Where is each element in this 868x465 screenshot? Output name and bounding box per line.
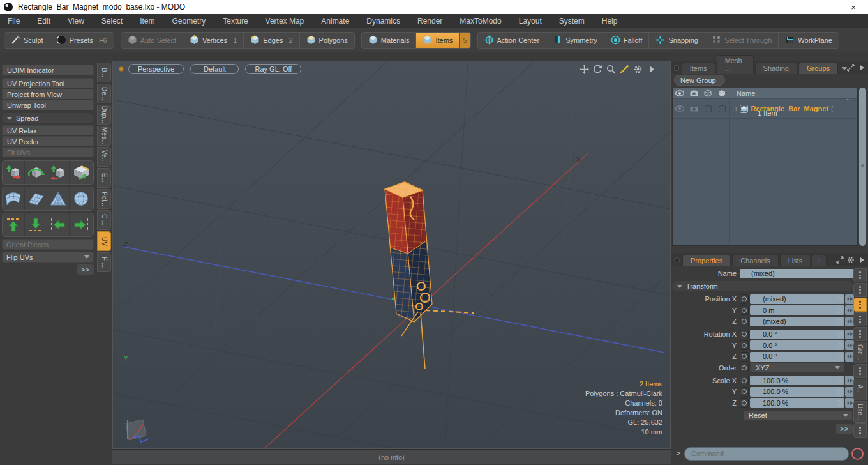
rotation-z-channel-toggle[interactable] — [740, 352, 749, 362]
expand-properties-icon[interactable] — [836, 256, 844, 264]
rotation-x-field[interactable]: 0.0 ° — [750, 330, 844, 339]
row-solid-checkbox[interactable] — [719, 105, 726, 112]
scale-y-spinner[interactable] — [845, 387, 854, 397]
rotation-y-field[interactable]: 0.0 ° — [750, 340, 844, 350]
viewport-menu-dot[interactable] — [119, 66, 124, 72]
menu-edit[interactable]: Edit — [37, 17, 50, 26]
falloff-button[interactable]: Falloff — [604, 33, 650, 48]
transform-uv-tool-button[interactable] — [47, 161, 70, 184]
position-y-spinner[interactable] — [845, 305, 854, 315]
position-z-field[interactable]: (mixed) — [750, 317, 844, 326]
scale-z-field[interactable]: 100.0 % — [750, 398, 844, 408]
render-camera-icon[interactable] — [690, 90, 698, 96]
materials-button[interactable]: Materials — [362, 33, 417, 48]
expand-panel-icon[interactable] — [847, 64, 855, 72]
tab-polygon[interactable]: Pol... — [97, 189, 111, 209]
menu-layout[interactable]: Layout — [519, 17, 542, 26]
form-tab-groups[interactable]: Gro... — [853, 342, 867, 363]
menu-dynamics[interactable]: Dynamics — [366, 17, 400, 26]
sidebar-expand-button[interactable]: >> — [77, 264, 94, 275]
tab-channels[interactable]: Channels — [732, 255, 778, 266]
tab-add[interactable]: + — [812, 255, 826, 266]
form-tab-active[interactable] — [853, 298, 867, 312]
polygons-button[interactable]: Polygons — [300, 33, 354, 48]
scale-x-spinner[interactable] — [845, 376, 854, 385]
transform-section-header[interactable]: Transform — [672, 281, 853, 291]
properties-more-arrow-icon[interactable] — [858, 256, 865, 264]
order-channel-toggle[interactable] — [740, 363, 749, 372]
form-tab-5[interactable] — [853, 364, 867, 378]
tab-duplicate[interactable]: Dup... — [97, 105, 111, 125]
sculpt-button[interactable]: Sculpt — [4, 33, 50, 48]
form-tab-1[interactable] — [853, 268, 867, 282]
pan-view-icon[interactable] — [580, 65, 589, 74]
viewport-settings-gear-icon[interactable] — [633, 65, 643, 74]
select-through-button[interactable]: Select Through — [705, 33, 779, 48]
orient-pieces-button[interactable]: Orient Pieces — [2, 239, 94, 250]
tab-overflow-caret-icon[interactable] — [842, 67, 847, 70]
tab-lists[interactable]: Lists — [780, 255, 811, 266]
menu-help[interactable]: Help — [602, 17, 618, 26]
menu-texture[interactable]: Texture — [223, 17, 248, 26]
rotation-z-spinner[interactable] — [845, 352, 854, 362]
position-x-field[interactable]: (mixed) — [750, 294, 844, 304]
fit-values-tool-button[interactable] — [70, 161, 92, 184]
position-y-channel-toggle[interactable] — [740, 305, 749, 315]
items-button[interactable]: Items — [416, 33, 460, 48]
wireframe-cube-icon[interactable] — [704, 89, 712, 97]
tab-basic[interactable]: B... — [97, 63, 111, 82]
menu-animate[interactable]: Animate — [321, 17, 349, 26]
form-tab-6[interactable] — [853, 423, 867, 438]
scale-y-field[interactable]: 100.0 % — [750, 387, 844, 397]
order-dropdown[interactable]: XYZ — [750, 363, 844, 372]
maximize-viewport-icon[interactable] — [620, 65, 629, 74]
pack-right-button[interactable] — [70, 213, 92, 236]
raygl-dropdown[interactable]: Ray GL: Off — [245, 64, 301, 74]
form-tab-user[interactable]: Use... — [853, 401, 867, 423]
menu-vertex-map[interactable]: Vertex Map — [266, 17, 304, 26]
shading-style-dropdown[interactable]: Default — [190, 64, 239, 74]
rotation-x-spinner[interactable] — [845, 330, 854, 339]
rotation-y-spinner[interactable] — [845, 340, 854, 350]
unwrap-tool-button[interactable]: Unwrap Tool — [2, 100, 94, 111]
row-wireframe-checkbox[interactable] — [705, 105, 712, 112]
tab-falloff[interactable]: F ... — [97, 252, 111, 272]
tab-uv[interactable]: UV — [97, 231, 111, 251]
uv-curved-projection-button[interactable] — [3, 187, 25, 210]
move-uv-tool-button[interactable] — [3, 161, 25, 184]
scale-y-channel-toggle[interactable] — [740, 387, 749, 397]
properties-expand-button[interactable]: >> — [836, 424, 853, 434]
3d-viewport[interactable]: Perspective Default Ray GL: Off +X -Z Y … — [112, 61, 671, 449]
form-tab-4[interactable] — [853, 327, 867, 341]
pack-down-button[interactable] — [25, 213, 47, 236]
camera-type-dropdown[interactable]: Perspective — [128, 64, 184, 74]
uv-relax-button[interactable]: UV Relax — [2, 125, 94, 136]
scale-x-channel-toggle[interactable] — [740, 376, 749, 385]
form-tab-assembly[interactable]: A... — [853, 379, 867, 400]
project-from-view-button[interactable]: Project from View — [2, 89, 94, 100]
zoom-view-icon[interactable] — [606, 65, 616, 74]
rotation-y-channel-toggle[interactable] — [740, 340, 749, 350]
menu-view[interactable]: View — [68, 17, 84, 26]
menu-item[interactable]: Item — [140, 17, 154, 26]
properties-panel-thumb-icon[interactable] — [674, 257, 680, 263]
udim-indicator-button[interactable]: UDIM Indicator — [2, 65, 94, 75]
tab-deform[interactable]: De... — [97, 84, 111, 103]
form-tab-3[interactable] — [853, 312, 867, 326]
position-x-spinner[interactable] — [845, 294, 854, 304]
panel-thumb-icon[interactable] — [674, 65, 679, 71]
close-button[interactable]: × — [839, 0, 868, 14]
menu-file[interactable]: File — [8, 17, 20, 26]
uv-planar-projection-button[interactable] — [25, 187, 47, 210]
menu-select[interactable]: Select — [101, 17, 123, 26]
menu-maxtomodo[interactable]: MaxToModo — [460, 17, 501, 26]
tab-items[interactable]: Items — [682, 63, 715, 74]
properties-gear-icon[interactable] — [847, 256, 855, 264]
rotation-x-channel-toggle[interactable] — [740, 330, 749, 339]
panel-more-arrow-icon[interactable] — [858, 64, 865, 72]
scale-x-field[interactable]: 100.0 % — [750, 376, 844, 385]
scale-z-channel-toggle[interactable] — [740, 398, 749, 408]
expand-plus[interactable]: + — [734, 105, 738, 112]
command-input[interactable] — [684, 447, 849, 461]
row-eye-icon[interactable] — [675, 105, 684, 112]
